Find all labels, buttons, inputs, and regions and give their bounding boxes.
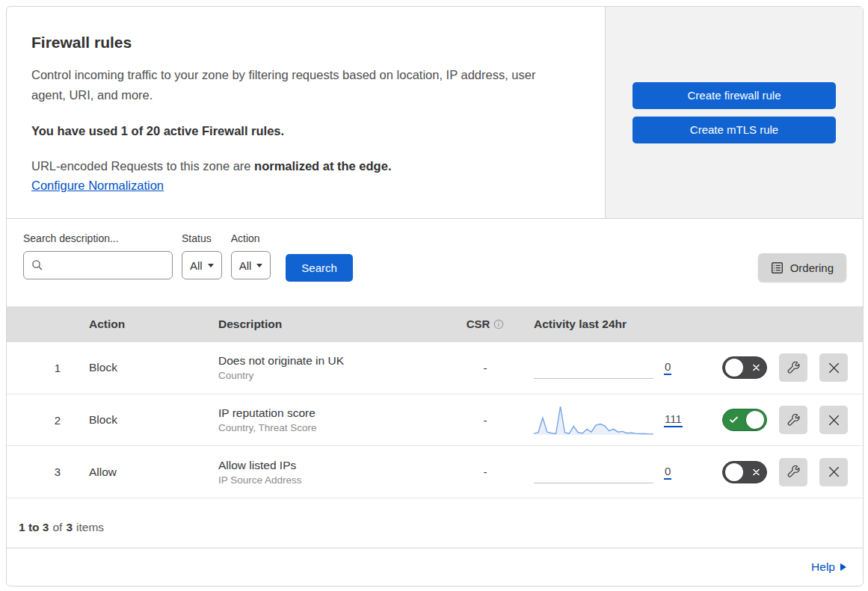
search-input-wrapper: [23, 251, 173, 279]
header-section: Firewall rules Control incoming traffic …: [7, 7, 863, 219]
close-icon: [828, 466, 840, 477]
close-icon: [828, 415, 840, 426]
normalization-note: URL-encoded Requests to this zone are no…: [31, 159, 582, 173]
search-icon: [31, 259, 43, 271]
help-link[interactable]: Help: [811, 560, 846, 574]
action-filter-group: Action All: [231, 232, 271, 279]
table-row: 3 Allow Allow listed IPs IP Source Addre…: [7, 446, 863, 498]
edit-rule-button[interactable]: [779, 406, 807, 434]
ordering-button[interactable]: Ordering: [758, 253, 846, 282]
description-column-header: Description: [205, 318, 448, 331]
delete-rule-button[interactable]: [819, 406, 848, 434]
usage-note: You have used 1 of 20 active Firewall ru…: [31, 124, 582, 138]
csr-column-header: CSR: [448, 318, 523, 330]
close-icon: [828, 362, 840, 374]
rule-priority: 1: [7, 362, 74, 374]
activity-count-link[interactable]: 111: [664, 412, 683, 427]
x-icon: [753, 468, 760, 475]
rule-csr-value: -: [448, 414, 523, 427]
wrench-icon: [787, 414, 800, 427]
action-filter-dropdown[interactable]: All: [231, 251, 271, 279]
rule-action: Block: [74, 413, 205, 427]
page-description: Control incoming traffic to your zone by…: [31, 65, 558, 105]
delete-rule-button[interactable]: [819, 353, 848, 382]
rule-enable-toggle[interactable]: [722, 409, 767, 431]
actions-panel: Create firewall rule Create mTLS rule: [605, 7, 863, 218]
x-icon: [753, 365, 760, 371]
rule-fields: Country, Threat Score: [218, 422, 448, 433]
action-column-header: Action: [74, 318, 205, 331]
rule-action: Allow: [74, 465, 205, 479]
page-title: Firewall rules: [31, 34, 582, 52]
pagination-of: of: [52, 521, 62, 534]
rule-priority: 3: [7, 465, 74, 478]
edit-rule-button[interactable]: [779, 353, 807, 382]
rule-action: Block: [74, 361, 205, 374]
rule-fields: Country: [218, 370, 448, 381]
action-filter-label: Action: [231, 232, 271, 244]
info-icon[interactable]: [493, 319, 504, 329]
status-filter-group: Status All: [182, 232, 222, 279]
check-icon: [730, 417, 738, 424]
pagination-total: 3: [66, 521, 73, 534]
table-header: Action Description CSR Activity last 24h…: [7, 306, 863, 342]
activity-sparkline-empty: [534, 351, 653, 384]
search-button[interactable]: Search: [286, 254, 353, 282]
arrow-right-icon: [840, 563, 846, 571]
create-mtls-rule-button[interactable]: Create mTLS rule: [632, 117, 836, 143]
search-field-group: Search description...: [23, 232, 173, 279]
chevron-down-icon: [208, 264, 214, 267]
ordering-list-icon: [771, 262, 784, 274]
header-text-block: Firewall rules Control incoming traffic …: [7, 7, 605, 218]
pagination-status: 1 to 3 of 3 items: [7, 498, 863, 548]
search-field-label: Search description...: [23, 232, 173, 244]
chevron-down-icon: [256, 264, 262, 267]
rule-csr-value: -: [448, 362, 523, 374]
configure-normalization-link[interactable]: Configure Normalization: [31, 179, 164, 192]
filter-bar: Search description... Status All Action …: [7, 219, 863, 306]
edit-rule-button[interactable]: [779, 458, 807, 486]
status-filter-label: Status: [182, 232, 222, 244]
toggle-knob: [725, 359, 743, 377]
toggle-knob: [725, 463, 743, 481]
firewall-rules-card: Firewall rules Control incoming traffic …: [6, 6, 864, 587]
rule-priority: 2: [7, 414, 74, 427]
activity-sparkline-empty: [534, 456, 653, 489]
rule-description: IP reputation score: [218, 406, 448, 420]
search-input[interactable]: [43, 259, 172, 271]
activity-sparkline: [534, 403, 653, 436]
delete-rule-button[interactable]: [819, 458, 848, 486]
rule-description: Does not originate in UK: [218, 354, 448, 368]
help-bar: Help: [7, 548, 863, 586]
rule-fields: IP Source Address: [218, 474, 448, 486]
pagination-range: 1 to 3: [19, 521, 49, 534]
rule-enable-toggle[interactable]: [722, 461, 767, 483]
toggle-knob: [746, 411, 764, 429]
activity-count-link[interactable]: 0: [664, 360, 671, 375]
wrench-icon: [787, 362, 800, 374]
rule-description: Allow listed IPs: [218, 459, 448, 472]
status-filter-dropdown[interactable]: All: [182, 251, 222, 279]
table-row: 2 Block IP reputation score Country, Thr…: [7, 394, 863, 447]
activity-column-header: Activity last 24hr: [523, 318, 710, 331]
wrench-icon: [787, 465, 800, 478]
rule-enable-toggle[interactable]: [722, 356, 767, 379]
pagination-items: items: [76, 521, 104, 534]
activity-count-link[interactable]: 0: [664, 465, 671, 480]
create-firewall-rule-button[interactable]: Create firewall rule: [632, 82, 836, 109]
rule-csr-value: -: [448, 465, 523, 478]
table-row: 1 Block Does not originate in UK Country…: [7, 342, 863, 394]
